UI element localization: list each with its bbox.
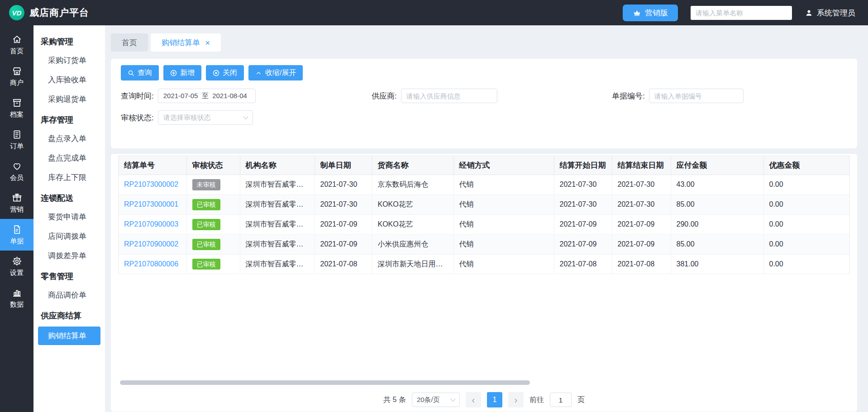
cell-doc-no: RP21070800006 — [119, 254, 186, 274]
button-label: 收缩/展开 — [265, 68, 296, 78]
doc-no-link[interactable]: RP21070900002 — [124, 240, 178, 248]
rail-item-label: 会员 — [10, 174, 24, 182]
status-badge: 已审核 — [192, 259, 220, 270]
cell-supplier: 京东数码后海仓 — [372, 175, 453, 195]
menu-item[interactable]: 库存上下限 — [33, 168, 105, 187]
rail-item-archive[interactable]: 档案 — [0, 92, 33, 124]
collapse-button[interactable]: 收缩/展开 — [248, 65, 303, 81]
add-button[interactable]: 新增 — [163, 65, 201, 81]
table-row: RP21073000001已审核深圳市智百威零售总部2021-07-30KOKO… — [119, 194, 849, 214]
menu-section-title: 供应商结算 — [33, 305, 105, 325]
tab-label: 首页 — [122, 38, 137, 48]
goto-page-input[interactable] — [550, 393, 572, 407]
status-badge: 已审核 — [192, 219, 220, 230]
user-menu[interactable]: 系统管理员 — [805, 8, 855, 18]
chevron-down-icon — [243, 114, 248, 119]
tab[interactable]: 首页 — [111, 33, 148, 52]
menu-item[interactable]: 盘点录入单 — [33, 129, 105, 148]
doc-no-link[interactable]: RP21073000002 — [124, 180, 178, 188]
cell-org: 深圳市智百威零售总部 — [240, 214, 315, 234]
rail-item-label: 数据 — [10, 300, 24, 309]
table-row: RP21073000002未审核深圳市智百威零售总部2021-07-30京东数码… — [119, 175, 849, 195]
cell-discount: 0.00 — [763, 214, 849, 234]
menu-item[interactable]: 调拨差异单 — [33, 246, 105, 265]
doc-no-label: 单据编号: — [612, 91, 645, 101]
menu-item[interactable]: 店间调拨单 — [33, 227, 105, 246]
menu-item[interactable]: 盘点完成单 — [33, 148, 105, 168]
rail-item-label: 订单 — [10, 142, 24, 151]
cell-org: 深圳市智百威零售总部 — [240, 234, 315, 254]
rail-item-shop[interactable]: 商户 — [0, 61, 33, 92]
archive-icon — [12, 97, 22, 108]
page-size-select[interactable]: 20条/页 — [412, 393, 460, 407]
cell-make-date: 2021-07-30 — [315, 175, 372, 195]
cell-make-date: 2021-07-08 — [315, 254, 372, 274]
audit-status-label: 审核状态: — [121, 113, 154, 123]
tab-close-icon[interactable]: × — [205, 38, 210, 47]
doc-no-link[interactable]: RP21070900003 — [124, 220, 178, 228]
cell-doc-no: RP21070900003 — [119, 214, 186, 234]
cell-payable: 85.00 — [671, 194, 763, 214]
page-size-value: 20条/页 — [417, 396, 440, 404]
doc-no-link[interactable]: RP21070800006 — [124, 260, 178, 268]
cell-payable: 381.00 — [671, 254, 763, 274]
scrollbar-thumb[interactable] — [120, 380, 530, 385]
button-label: 新增 — [180, 68, 195, 78]
member-icon — [12, 161, 22, 171]
settlement-table: 结算单号审核状态机构名称制单日期货商名称经销方式结算开始日期结算结束日期应付金额… — [118, 156, 850, 274]
menu-item[interactable]: 采购订货单 — [33, 51, 105, 70]
doc-no-link[interactable]: RP21073000001 — [124, 200, 178, 208]
rail-item-home[interactable]: 首页 — [0, 29, 33, 61]
close-circle-icon — [213, 70, 219, 76]
settlement-table-panel: 结算单号审核状态机构名称制单日期货商名称经销方式结算开始日期结算结束日期应付金额… — [111, 154, 857, 412]
menu-section-title: 采购管理 — [33, 31, 105, 51]
rail-item-document[interactable]: 单据 — [0, 219, 33, 251]
rail-item-label: 营销 — [10, 205, 24, 214]
rail-item-label: 首页 — [10, 47, 24, 56]
prev-page-button[interactable]: ‹ — [466, 392, 481, 407]
menu-item[interactable]: 购销结算单 — [38, 327, 100, 345]
rail-item-data[interactable]: 数据 — [0, 282, 33, 314]
date-range-input[interactable] — [158, 89, 256, 103]
column-header: 结算单号 — [119, 156, 186, 175]
menu-item[interactable]: 商品调价单 — [33, 285, 105, 305]
cell-doc-no: RP21073000001 — [119, 194, 186, 214]
column-header: 结算开始日期 — [554, 156, 612, 175]
cell-payable: 290.00 — [671, 214, 763, 234]
goto-label: 前往 — [529, 395, 544, 405]
main-area: 首页购销结算单× 查询新增关闭收缩/展开 查询时间: 供应商: 单据编号: — [105, 25, 868, 412]
tab-label: 购销结算单 — [162, 38, 200, 48]
doc-no-input[interactable] — [649, 89, 744, 103]
menu-item[interactable]: 要货申请单 — [33, 207, 105, 227]
audit-status-select[interactable]: 请选择审核状态 — [158, 110, 253, 125]
app-title: 威店商户平台 — [29, 6, 89, 19]
cell-mode: 代销 — [453, 175, 554, 195]
horizontal-scrollbar — [118, 380, 850, 385]
column-header: 经销方式 — [453, 156, 554, 175]
user-name: 系统管理员 — [817, 8, 855, 18]
rail-item-marketing[interactable]: 营销 — [0, 187, 33, 219]
column-header: 审核状态 — [186, 156, 240, 175]
edition-button[interactable]: 营销版 — [623, 5, 678, 21]
column-header: 机构名称 — [240, 156, 315, 175]
menu-item[interactable]: 采购退货单 — [33, 90, 105, 109]
close-button[interactable]: 关闭 — [206, 65, 244, 81]
settlement-table-body: RP21073000002未审核深圳市智百威零售总部2021-07-30京东数码… — [119, 175, 849, 274]
rail-item-member[interactable]: 会员 — [0, 156, 33, 187]
rail-item-order[interactable]: 订单 — [0, 124, 33, 156]
home-icon — [12, 34, 22, 45]
chevron-up-icon — [255, 70, 262, 76]
menu-section-title: 零售管理 — [33, 265, 105, 285]
next-page-button[interactable]: › — [508, 392, 524, 407]
cell-payable: 85.00 — [671, 234, 763, 254]
rail-item-settings[interactable]: 设置 — [0, 251, 33, 282]
query-button[interactable]: 查询 — [121, 65, 159, 81]
supplier-input[interactable] — [401, 89, 497, 103]
menu-item[interactable]: 入库验收单 — [33, 70, 105, 90]
menu-search-input[interactable] — [691, 6, 792, 20]
current-page-button[interactable]: 1 — [487, 392, 502, 407]
column-header: 结算结束日期 — [612, 156, 671, 175]
tab[interactable]: 购销结算单× — [151, 33, 221, 52]
order-icon — [12, 129, 22, 140]
toolbar: 查询新增关闭收缩/展开 — [121, 65, 847, 81]
